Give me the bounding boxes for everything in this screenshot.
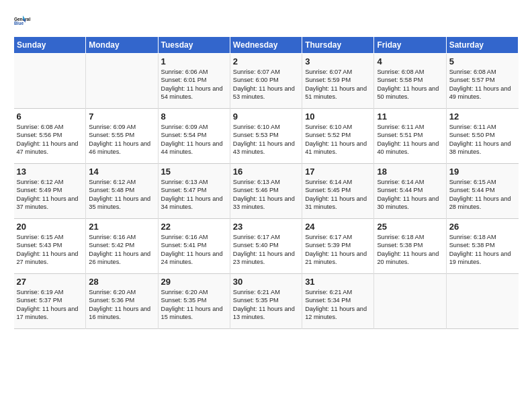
day-info: Sunrise: 6:12 AM Sunset: 5:48 PM Dayligh… xyxy=(89,178,154,212)
day-number: 2 xyxy=(233,56,299,66)
day-number: 24 xyxy=(305,222,371,232)
day-info: Sunrise: 6:09 AM Sunset: 5:54 PM Dayligh… xyxy=(161,123,227,156)
day-info: Sunrise: 6:08 AM Sunset: 5:57 PM Dayligh… xyxy=(449,68,516,101)
calendar-cell: 25Sunrise: 6:18 AM Sunset: 5:38 PM Dayli… xyxy=(374,219,446,274)
day-info: Sunrise: 6:16 AM Sunset: 5:41 PM Dayligh… xyxy=(161,233,227,267)
day-number: 1 xyxy=(161,56,227,66)
calendar-cell: 23Sunrise: 6:17 AM Sunset: 5:40 PM Dayli… xyxy=(230,219,302,274)
calendar-cell: 27Sunrise: 6:19 AM Sunset: 5:37 PM Dayli… xyxy=(14,274,86,329)
day-number: 3 xyxy=(305,56,371,66)
day-number: 23 xyxy=(233,222,299,232)
day-info: Sunrise: 6:06 AM Sunset: 6:01 PM Dayligh… xyxy=(161,68,227,101)
day-info: Sunrise: 6:08 AM Sunset: 5:56 PM Dayligh… xyxy=(17,123,83,156)
day-number: 22 xyxy=(161,222,227,232)
calendar-cell: 24Sunrise: 6:17 AM Sunset: 5:39 PM Dayli… xyxy=(302,219,374,274)
header-cell-monday: Monday xyxy=(86,37,158,54)
header-cell-thursday: Thursday xyxy=(302,37,374,54)
day-info: Sunrise: 6:18 AM Sunset: 5:38 PM Dayligh… xyxy=(377,233,443,267)
calendar-cell: 12Sunrise: 6:11 AM Sunset: 5:50 PM Dayli… xyxy=(446,109,518,164)
day-info: Sunrise: 6:09 AM Sunset: 5:55 PM Dayligh… xyxy=(89,123,154,156)
day-info: Sunrise: 6:11 AM Sunset: 5:51 PM Dayligh… xyxy=(377,123,443,156)
day-info: Sunrise: 6:08 AM Sunset: 5:58 PM Dayligh… xyxy=(377,68,443,101)
header: General Blue xyxy=(13,11,519,30)
day-number: 27 xyxy=(17,277,83,287)
week-row-1: 6Sunrise: 6:08 AM Sunset: 5:56 PM Daylig… xyxy=(14,109,519,164)
day-info: Sunrise: 6:15 AM Sunset: 5:43 PM Dayligh… xyxy=(17,233,83,267)
calendar-cell: 22Sunrise: 6:16 AM Sunset: 5:41 PM Dayli… xyxy=(158,219,230,274)
day-info: Sunrise: 6:15 AM Sunset: 5:44 PM Dayligh… xyxy=(449,178,516,212)
day-number: 25 xyxy=(377,222,443,232)
day-number: 26 xyxy=(449,222,516,232)
svg-text:Blue: Blue xyxy=(14,21,24,26)
logo-icon: General Blue xyxy=(13,11,32,30)
calendar-cell: 4Sunrise: 6:08 AM Sunset: 5:58 PM Daylig… xyxy=(374,54,446,109)
day-number: 15 xyxy=(161,167,227,177)
header-cell-friday: Friday xyxy=(374,37,446,54)
day-info: Sunrise: 6:20 AM Sunset: 5:36 PM Dayligh… xyxy=(89,288,154,322)
week-row-2: 13Sunrise: 6:12 AM Sunset: 5:49 PM Dayli… xyxy=(14,164,519,219)
day-number: 6 xyxy=(17,111,83,122)
day-info: Sunrise: 6:17 AM Sunset: 5:40 PM Dayligh… xyxy=(233,233,299,267)
calendar-cell: 13Sunrise: 6:12 AM Sunset: 5:49 PM Dayli… xyxy=(14,164,86,219)
day-info: Sunrise: 6:17 AM Sunset: 5:39 PM Dayligh… xyxy=(305,233,371,267)
calendar-cell xyxy=(446,274,518,329)
day-number: 14 xyxy=(89,167,154,177)
day-info: Sunrise: 6:13 AM Sunset: 5:47 PM Dayligh… xyxy=(161,178,227,212)
day-number: 13 xyxy=(17,167,83,177)
calendar-cell: 26Sunrise: 6:18 AM Sunset: 5:38 PM Dayli… xyxy=(446,219,518,274)
day-info: Sunrise: 6:12 AM Sunset: 5:49 PM Dayligh… xyxy=(17,178,83,212)
day-number: 10 xyxy=(305,111,371,122)
day-number: 31 xyxy=(305,277,371,287)
calendar-cell: 5Sunrise: 6:08 AM Sunset: 5:57 PM Daylig… xyxy=(446,54,518,109)
day-info: Sunrise: 6:11 AM Sunset: 5:50 PM Dayligh… xyxy=(449,123,516,156)
header-cell-saturday: Saturday xyxy=(446,37,518,54)
day-info: Sunrise: 6:10 AM Sunset: 5:52 PM Dayligh… xyxy=(305,123,371,156)
day-number: 20 xyxy=(17,222,83,232)
calendar-cell: 1Sunrise: 6:06 AM Sunset: 6:01 PM Daylig… xyxy=(158,54,230,109)
calendar-cell: 17Sunrise: 6:14 AM Sunset: 5:45 PM Dayli… xyxy=(302,164,374,219)
calendar-cell: 2Sunrise: 6:07 AM Sunset: 6:00 PM Daylig… xyxy=(230,54,302,109)
day-number: 28 xyxy=(89,277,154,287)
calendar-cell: 6Sunrise: 6:08 AM Sunset: 5:56 PM Daylig… xyxy=(14,109,86,164)
day-number: 11 xyxy=(377,111,443,122)
calendar-header: SundayMondayTuesdayWednesdayThursdayFrid… xyxy=(14,37,519,54)
day-number: 21 xyxy=(89,222,154,232)
header-cell-tuesday: Tuesday xyxy=(158,37,230,54)
calendar-table: SundayMondayTuesdayWednesdayThursdayFrid… xyxy=(13,36,519,329)
day-number: 30 xyxy=(233,277,299,287)
calendar-cell: 28Sunrise: 6:20 AM Sunset: 5:36 PM Dayli… xyxy=(86,274,158,329)
calendar-cell: 14Sunrise: 6:12 AM Sunset: 5:48 PM Dayli… xyxy=(86,164,158,219)
day-number: 5 xyxy=(449,56,516,66)
day-number: 18 xyxy=(377,167,443,177)
header-row: SundayMondayTuesdayWednesdayThursdayFrid… xyxy=(14,37,519,54)
week-row-3: 20Sunrise: 6:15 AM Sunset: 5:43 PM Dayli… xyxy=(14,219,519,274)
calendar-cell: 3Sunrise: 6:07 AM Sunset: 5:59 PM Daylig… xyxy=(302,54,374,109)
day-number: 9 xyxy=(233,111,299,122)
day-number: 19 xyxy=(449,167,516,177)
day-number: 4 xyxy=(377,56,443,66)
calendar-cell xyxy=(374,274,446,329)
calendar-cell: 19Sunrise: 6:15 AM Sunset: 5:44 PM Dayli… xyxy=(446,164,518,219)
day-number: 16 xyxy=(233,167,299,177)
calendar-cell xyxy=(14,54,86,109)
calendar-body: 1Sunrise: 6:06 AM Sunset: 6:01 PM Daylig… xyxy=(14,54,519,329)
calendar-cell: 21Sunrise: 6:16 AM Sunset: 5:42 PM Dayli… xyxy=(86,219,158,274)
calendar-cell: 20Sunrise: 6:15 AM Sunset: 5:43 PM Dayli… xyxy=(14,219,86,274)
calendar-cell: 18Sunrise: 6:14 AM Sunset: 5:44 PM Dayli… xyxy=(374,164,446,219)
day-info: Sunrise: 6:18 AM Sunset: 5:38 PM Dayligh… xyxy=(449,233,516,267)
day-info: Sunrise: 6:20 AM Sunset: 5:35 PM Dayligh… xyxy=(161,288,227,322)
day-info: Sunrise: 6:21 AM Sunset: 5:35 PM Dayligh… xyxy=(233,288,299,322)
calendar-cell: 10Sunrise: 6:10 AM Sunset: 5:52 PM Dayli… xyxy=(302,109,374,164)
day-info: Sunrise: 6:10 AM Sunset: 5:53 PM Dayligh… xyxy=(233,123,299,156)
week-row-0: 1Sunrise: 6:06 AM Sunset: 6:01 PM Daylig… xyxy=(14,54,519,109)
day-info: Sunrise: 6:21 AM Sunset: 5:34 PM Dayligh… xyxy=(305,288,371,322)
calendar-cell: 7Sunrise: 6:09 AM Sunset: 5:55 PM Daylig… xyxy=(86,109,158,164)
calendar-cell: 11Sunrise: 6:11 AM Sunset: 5:51 PM Dayli… xyxy=(374,109,446,164)
calendar-cell: 15Sunrise: 6:13 AM Sunset: 5:47 PM Dayli… xyxy=(158,164,230,219)
day-number: 8 xyxy=(161,111,227,122)
header-cell-wednesday: Wednesday xyxy=(230,37,302,54)
day-info: Sunrise: 6:14 AM Sunset: 5:44 PM Dayligh… xyxy=(377,178,443,212)
calendar-cell: 29Sunrise: 6:20 AM Sunset: 5:35 PM Dayli… xyxy=(158,274,230,329)
calendar-cell: 16Sunrise: 6:13 AM Sunset: 5:46 PM Dayli… xyxy=(230,164,302,219)
calendar-cell: 8Sunrise: 6:09 AM Sunset: 5:54 PM Daylig… xyxy=(158,109,230,164)
